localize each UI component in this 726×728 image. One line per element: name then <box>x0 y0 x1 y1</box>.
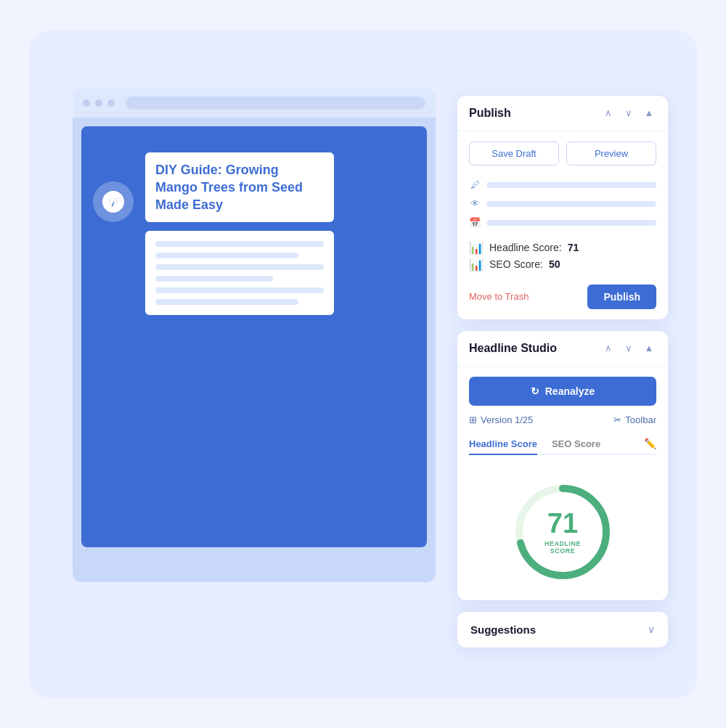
post-title: DIY Guide: Growing Mango Trees from Seed… <box>145 152 334 223</box>
toolbar-label: Toolbar <box>625 414 656 425</box>
tab-seo-score[interactable]: SEO Score <box>552 434 600 454</box>
panels-wrapper: Publish ∧ ∨ ▲ Save Draft Preview 🖊 <box>457 96 668 647</box>
reanalyze-label: Reanalyze <box>545 385 595 397</box>
wp-post-content: DIY Guide: Growing Mango Trees from Seed… <box>145 152 415 316</box>
meta-row-1: 🖊 <box>469 176 656 195</box>
publish-bottom: Move to Trash Publish <box>469 282 656 309</box>
post-body <box>145 231 334 315</box>
publish-panel-title: Publish <box>469 107 601 120</box>
suggestions-title: Suggestions <box>470 623 648 636</box>
save-draft-button[interactable]: Save Draft <box>469 142 559 165</box>
publish-chevron-down[interactable]: ∨ <box>621 106 636 120</box>
content-line-4 <box>155 276 273 282</box>
meta-rows: 🖊 👁 📅 <box>469 176 656 232</box>
publish-panel-header: Publish ∧ ∨ ▲ <box>457 96 668 131</box>
calendar-icon: 📅 <box>469 217 481 229</box>
tab-edit-icon[interactable]: ✏️ <box>644 438 656 449</box>
publish-button[interactable]: Publish <box>587 285 656 309</box>
reanalyze-button[interactable]: ↻ Reanalyze <box>469 377 656 406</box>
headline-studio-body: ↻ Reanalyze ⊞ Version 1/25 ✂ Toolbar <box>457 367 668 600</box>
version-info: ⊞ Version 1/25 <box>469 414 533 425</box>
outer-container: DIY Guide: Growing Mango Trees from Seed… <box>29 30 697 698</box>
browser-dot-3 <box>107 99 115 107</box>
content-line-5 <box>155 287 324 293</box>
score-circle-text: 71 HEADLINE SCORE <box>537 510 588 555</box>
layers-icon: ⊞ <box>469 414 477 425</box>
score-label-text: HEADLINE SCORE <box>537 540 588 555</box>
content-line-6 <box>155 299 298 305</box>
publish-panel-controls: ∧ ∨ ▲ <box>601 106 656 120</box>
seo-score-value: 50 <box>549 258 560 270</box>
meta-line-1 <box>486 182 656 188</box>
scores-section: 📊 Headline Score: 71 📊 SEO Score: 50 <box>469 241 656 271</box>
wordpress-logo <box>93 181 134 222</box>
score-circle-container: 71 HEADLINE SCORE <box>469 467 656 590</box>
suggestions-header[interactable]: Suggestions ∨ <box>457 612 668 647</box>
meta-line-2 <box>486 201 656 207</box>
headline-score-label: Headline Score: <box>489 242 562 253</box>
content-line-2 <box>155 253 298 258</box>
seo-score-icon: 📊 <box>469 258 484 271</box>
reanalyze-icon: ↻ <box>531 385 539 397</box>
headline-score-row: 📊 Headline Score: 71 <box>469 241 656 255</box>
wp-logo-icon <box>100 189 126 215</box>
headline-studio-title: Headline Studio <box>469 342 601 355</box>
headline-expand[interactable]: ▲ <box>642 341 656 356</box>
browser-bar <box>73 89 436 118</box>
meta-row-3: 📅 <box>469 213 656 232</box>
publish-actions: Save Draft Preview <box>469 142 656 165</box>
meta-row-2: 👁 <box>469 195 656 213</box>
version-toolbar-row: ⊞ Version 1/25 ✂ Toolbar <box>469 414 656 425</box>
browser-dot-2 <box>95 99 102 107</box>
headline-studio-panel: Headline Studio ∧ ∨ ▲ ↻ Reanalyze ⊞ V <box>457 331 668 600</box>
content-line-1 <box>155 241 324 247</box>
toolbar-info[interactable]: ✂ Toolbar <box>613 414 656 425</box>
wp-content-area: DIY Guide: Growing Mango Trees from Seed… <box>81 126 427 547</box>
wp-editor-background: DIY Guide: Growing Mango Trees from Seed… <box>73 89 436 582</box>
suggestions-panel: Suggestions ∨ <box>457 612 668 647</box>
meta-line-3 <box>486 220 656 226</box>
publish-panel-body: Save Draft Preview 🖊 👁 📅 <box>457 131 668 319</box>
browser-dot-1 <box>83 99 90 107</box>
eye-icon: 👁 <box>469 198 481 210</box>
score-tabs: Headline Score SEO Score ✏️ <box>469 434 656 455</box>
preview-button[interactable]: Preview <box>566 142 656 165</box>
headline-studio-controls: ∧ ∨ ▲ <box>601 341 656 356</box>
publish-chevron-up[interactable]: ∧ <box>601 106 616 120</box>
version-label: Version 1/25 <box>481 414 533 425</box>
publish-panel: Publish ∧ ∨ ▲ Save Draft Preview 🖊 <box>457 96 668 319</box>
address-bar <box>126 97 425 110</box>
content-line-3 <box>155 264 324 270</box>
seo-score-label: SEO Score: <box>489 258 543 270</box>
headline-score-icon: 📊 <box>469 241 484 255</box>
seo-score-row: 📊 SEO Score: 50 <box>469 258 656 271</box>
publish-expand[interactable]: ▲ <box>642 106 656 120</box>
move-to-trash-button[interactable]: Move to Trash <box>469 291 529 302</box>
headline-chevron-up[interactable]: ∧ <box>601 341 616 356</box>
scissors-icon: ✂ <box>613 414 621 425</box>
headline-score-value: 71 <box>568 242 579 253</box>
tab-headline-score[interactable]: Headline Score <box>469 434 537 455</box>
headline-studio-header: Headline Studio ∧ ∨ ▲ <box>457 331 668 367</box>
score-number: 71 <box>537 510 588 537</box>
pen-icon: 🖊 <box>469 179 481 191</box>
suggestions-chevron-down[interactable]: ∨ <box>648 623 655 635</box>
score-circle: 71 HEADLINE SCORE <box>512 481 613 583</box>
headline-chevron-down[interactable]: ∨ <box>621 341 636 356</box>
